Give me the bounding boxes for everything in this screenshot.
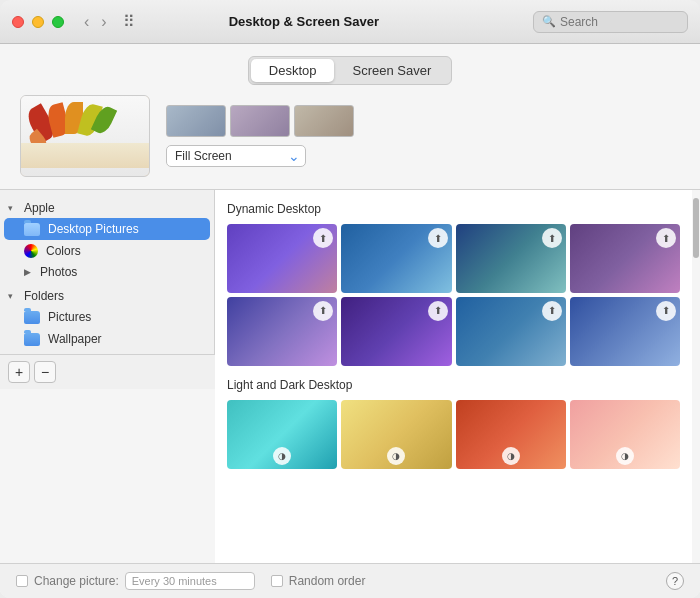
- sidebar-item-label: Photos: [40, 265, 77, 279]
- traffic-lights: [12, 16, 64, 28]
- sidebar-item-label: Pictures: [48, 310, 91, 324]
- section-label-dynamic: Dynamic Desktop: [227, 202, 680, 216]
- sidebar-item-colors[interactable]: Colors: [0, 240, 214, 262]
- mini-thumbs: [166, 105, 354, 137]
- cloud-download-icon: ⬆: [542, 228, 562, 248]
- folder-icon: [24, 223, 40, 236]
- search-box[interactable]: 🔍: [533, 11, 688, 33]
- chevron-down-icon: ▾: [8, 291, 20, 301]
- wallpaper-thumb[interactable]: ◑: [341, 400, 451, 469]
- wallpaper-thumb[interactable]: ⬆: [341, 297, 451, 366]
- sidebar-item-desktop-pictures[interactable]: Desktop Pictures: [4, 218, 210, 240]
- window-title: Desktop & Screen Saver: [75, 14, 533, 29]
- chevron-right-icon: ▶: [24, 267, 36, 277]
- sidebar-group-apple[interactable]: ▾ Apple: [0, 198, 214, 218]
- title-bar: ‹ › ⠿ Desktop & Screen Saver 🔍: [0, 0, 700, 44]
- sidebar-section-apple: ▾ Apple Desktop Pictures Colors ▶ Photos: [0, 198, 214, 282]
- fill-select-wrapper[interactable]: Fill Screen Fit to Screen Stretch to Fil…: [166, 145, 306, 167]
- cloud-download-icon: ⬆: [428, 301, 448, 321]
- change-picture-row: Change picture: Every 30 minutes Every h…: [16, 572, 255, 590]
- wallpaper-thumb[interactable]: ⬆: [227, 297, 337, 366]
- sidebar: ▾ Apple Desktop Pictures Colors ▶ Photos: [0, 190, 215, 354]
- mini-thumb-3[interactable]: [294, 105, 354, 137]
- light-dark-desktop-grid: ◑ ◑ ◑ ◑: [227, 400, 680, 469]
- folder-icon: [24, 311, 40, 324]
- preview-image: [21, 96, 149, 176]
- tab-screen-saver[interactable]: Screen Saver: [334, 59, 449, 82]
- mini-thumb-1[interactable]: [166, 105, 226, 137]
- help-button[interactable]: ?: [666, 572, 684, 590]
- chevron-down-icon: ▾: [8, 203, 20, 213]
- tabs-row: Desktop Screen Saver: [0, 44, 700, 95]
- apple-group-label: Apple: [24, 201, 55, 215]
- bottom-bar: Change picture: Every 30 minutes Every h…: [0, 563, 700, 598]
- fill-select[interactable]: Fill Screen Fit to Screen Stretch to Fil…: [166, 145, 306, 167]
- folder-icon: [24, 333, 40, 346]
- mode-toggle-icon: ◑: [273, 447, 291, 465]
- search-input[interactable]: [560, 15, 679, 29]
- content-area: Dynamic Desktop ⬆ ⬆ ⬆ ⬆ ⬆: [215, 190, 700, 563]
- sidebar-item-pictures[interactable]: Pictures: [0, 306, 214, 328]
- wallpaper-thumb[interactable]: ◑: [227, 400, 337, 469]
- wallpaper-thumb[interactable]: ⬆: [570, 224, 680, 293]
- sidebar-item-photos[interactable]: ▶ Photos: [0, 262, 214, 282]
- wallpaper-thumb[interactable]: ◑: [456, 400, 566, 469]
- preview-area: Fill Screen Fit to Screen Stretch to Fil…: [0, 95, 700, 189]
- wallpaper-thumb[interactable]: ⬆: [227, 224, 337, 293]
- random-order-label: Random order: [289, 574, 366, 588]
- wallpaper-grid-area: Dynamic Desktop ⬆ ⬆ ⬆ ⬆ ⬆: [215, 190, 692, 563]
- sidebar-item-label: Desktop Pictures: [48, 222, 139, 236]
- cloud-download-icon: ⬆: [656, 301, 676, 321]
- wallpaper-thumb[interactable]: ⬆: [341, 224, 451, 293]
- cloud-download-icon: ⬆: [313, 228, 333, 248]
- sidebar-item-label: Colors: [46, 244, 81, 258]
- sidebar-item-wallpaper[interactable]: Wallpaper: [0, 328, 214, 350]
- mode-toggle-icon: ◑: [502, 447, 520, 465]
- minimize-button[interactable]: [32, 16, 44, 28]
- fill-screen-row: Fill Screen Fit to Screen Stretch to Fil…: [166, 145, 354, 167]
- scrollbar-thumb[interactable]: [693, 198, 699, 258]
- close-button[interactable]: [12, 16, 24, 28]
- sidebar-item-label: Wallpaper: [48, 332, 102, 346]
- cloud-download-icon: ⬆: [542, 301, 562, 321]
- sidebar-section-folders: ▾ Folders Pictures Wallpaper: [0, 286, 214, 350]
- interval-select[interactable]: Every 30 minutes Every hour Every day: [125, 572, 255, 590]
- colors-icon: [24, 244, 38, 258]
- preview-controls: Fill Screen Fit to Screen Stretch to Fil…: [166, 105, 354, 167]
- section-label-light-dark: Light and Dark Desktop: [227, 378, 680, 392]
- mini-thumb-2[interactable]: [230, 105, 290, 137]
- maximize-button[interactable]: [52, 16, 64, 28]
- wallpaper-thumb[interactable]: ⬆: [456, 297, 566, 366]
- folders-group-label: Folders: [24, 289, 64, 303]
- random-order-checkbox[interactable]: [271, 575, 283, 587]
- sidebar-bottom: + −: [0, 354, 215, 389]
- interval-select-wrapper[interactable]: Every 30 minutes Every hour Every day: [125, 572, 255, 590]
- search-icon: 🔍: [542, 15, 556, 28]
- wallpaper-thumb[interactable]: ⬆: [456, 224, 566, 293]
- cloud-download-icon: ⬆: [428, 228, 448, 248]
- cloud-download-icon: ⬆: [313, 301, 333, 321]
- change-picture-checkbox[interactable]: [16, 575, 28, 587]
- scrollbar-track[interactable]: [692, 190, 700, 563]
- add-source-button[interactable]: +: [8, 361, 30, 383]
- main-content: Desktop Screen Saver: [0, 44, 700, 598]
- dynamic-desktop-grid: ⬆ ⬆ ⬆ ⬆ ⬆ ⬆: [227, 224, 680, 366]
- mode-toggle-icon: ◑: [387, 447, 405, 465]
- tab-desktop[interactable]: Desktop: [251, 59, 335, 82]
- tab-group: Desktop Screen Saver: [248, 56, 452, 85]
- sidebar-group-folders[interactable]: ▾ Folders: [0, 286, 214, 306]
- remove-source-button[interactable]: −: [34, 361, 56, 383]
- random-order-row: Random order: [271, 574, 366, 588]
- lower-section: ▾ Apple Desktop Pictures Colors ▶ Photos: [0, 189, 700, 563]
- wallpaper-thumb[interactable]: ◑: [570, 400, 680, 469]
- preview-thumbnail: [20, 95, 150, 177]
- change-picture-label: Change picture:: [34, 574, 119, 588]
- mode-toggle-icon: ◑: [616, 447, 634, 465]
- cloud-download-icon: ⬆: [656, 228, 676, 248]
- wallpaper-thumb[interactable]: ⬆: [570, 297, 680, 366]
